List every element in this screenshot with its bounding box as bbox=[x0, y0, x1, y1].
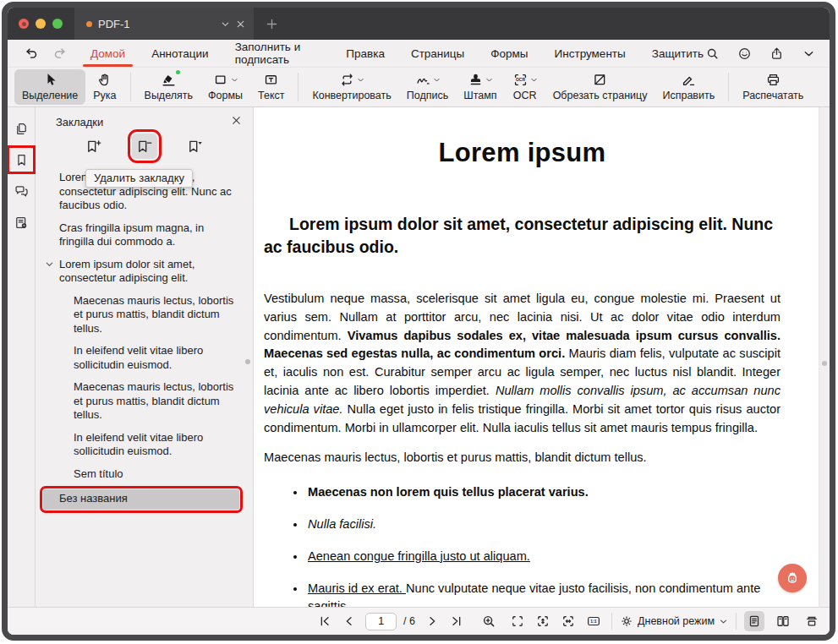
two-page-view-button[interactable] bbox=[773, 611, 793, 631]
chevron-down-icon bbox=[485, 76, 493, 84]
bookmark-label: In eleifend velit vitae libero sollicitu… bbox=[74, 431, 203, 458]
fit-height-icon bbox=[535, 614, 550, 629]
bookmarks-list: Lorem ipsum dolor sit amet, consectetur … bbox=[36, 159, 253, 510]
signature-button[interactable]: Подпись bbox=[399, 69, 456, 105]
ocr-button[interactable]: OCR OCR bbox=[505, 69, 545, 105]
tab-pages[interactable]: Страницы bbox=[409, 41, 466, 66]
toolbar: Выделение Рука Выделять Формы Текст bbox=[8, 68, 830, 107]
view-mode-label: Дневной режим bbox=[638, 615, 715, 627]
layout-controls bbox=[744, 611, 822, 631]
tab-forms[interactable]: Формы bbox=[489, 41, 529, 66]
select-tool-button[interactable]: Выделение bbox=[14, 69, 85, 105]
tab-tools[interactable]: Инструменты bbox=[553, 41, 627, 66]
next-page-button[interactable] bbox=[422, 611, 442, 631]
unsaved-changes-dot bbox=[86, 21, 92, 27]
bookmark-item[interactable]: Maecenas mauris lectus, lobortis et puru… bbox=[36, 294, 241, 336]
document-heading: Lorem ipsum dolor sit amet, consectetur … bbox=[264, 213, 780, 259]
last-page-icon bbox=[450, 614, 463, 628]
sun-icon bbox=[620, 614, 633, 628]
view-mode-button[interactable]: Дневной режим bbox=[620, 614, 728, 628]
highlighter-icon bbox=[161, 72, 177, 88]
viewer-scrollbar-thumb[interactable] bbox=[822, 361, 827, 366]
bookmark-item[interactable]: In eleifend velit vitae libero sollicitu… bbox=[36, 431, 241, 459]
viewer-scrollbar-track[interactable] bbox=[819, 107, 830, 607]
undo-icon[interactable] bbox=[25, 46, 39, 61]
chevron-down-icon bbox=[719, 617, 728, 626]
shapes-tool-button[interactable]: Формы bbox=[200, 69, 250, 105]
hand-tool-button[interactable]: Рука bbox=[85, 69, 123, 105]
thumbnails-panel-button[interactable] bbox=[11, 118, 31, 139]
minimize-window-button[interactable] bbox=[36, 19, 46, 29]
bookmark-item-selected[interactable]: Без названия bbox=[43, 489, 239, 510]
stamp-button[interactable]: Штамп bbox=[456, 69, 504, 105]
tab-edit[interactable]: Правка bbox=[344, 41, 386, 66]
horizontal-scroll-view-button[interactable] bbox=[802, 611, 822, 631]
bookmark-options-button[interactable] bbox=[182, 134, 207, 159]
single-page-view-button[interactable] bbox=[744, 611, 764, 631]
bookmark-item[interactable]: In eleifend velit vitae libero sollicitu… bbox=[36, 344, 241, 372]
bookmark-item[interactable]: Cras fringilla ipsum magna, in fringilla… bbox=[36, 221, 241, 249]
redo-icon[interactable] bbox=[52, 46, 67, 61]
comments-panel-button[interactable] bbox=[11, 181, 31, 201]
first-page-button[interactable] bbox=[315, 611, 335, 631]
collapse-toolbar-chevron-icon[interactable] bbox=[802, 46, 816, 61]
statusbar-separator bbox=[611, 613, 612, 630]
previous-page-button[interactable] bbox=[339, 611, 359, 631]
fit-width-button[interactable] bbox=[558, 611, 578, 631]
fit-page-button[interactable] bbox=[507, 611, 528, 631]
tooltip-delete-bookmark: Удалить закладку bbox=[85, 169, 193, 188]
share-icon[interactable] bbox=[770, 46, 784, 61]
panel-scrollbar[interactable] bbox=[245, 359, 250, 364]
two-page-icon bbox=[775, 614, 791, 629]
chevron-left-icon bbox=[342, 614, 356, 628]
actual-size-button[interactable]: 1:1 bbox=[583, 611, 604, 631]
bookmark-item[interactable]: Lorem ipsum dolor sit amet, consectetur … bbox=[36, 258, 241, 286]
document-viewer: Lorem ipsum Lorem ipsum dolor sit amet, … bbox=[254, 107, 830, 607]
assistant-button[interactable] bbox=[778, 564, 807, 592]
shape-square-icon bbox=[213, 72, 229, 88]
zoom-button[interactable] bbox=[479, 611, 499, 631]
expand-chevron-icon[interactable] bbox=[45, 259, 54, 269]
bookmark-item[interactable]: Maecenas mauris lectus, lobortis et puru… bbox=[36, 380, 241, 423]
svg-text:OCR: OCR bbox=[516, 77, 525, 82]
single-page-icon bbox=[747, 614, 762, 629]
first-page-icon bbox=[318, 614, 331, 628]
highlight-tool-button[interactable]: Выделять bbox=[137, 69, 200, 105]
tab-close-icon[interactable] bbox=[236, 19, 245, 29]
annotations-panel-button[interactable] bbox=[11, 212, 31, 232]
panel-title: Закладки bbox=[56, 116, 103, 128]
fit-page-icon bbox=[510, 614, 525, 629]
zoom-in-icon bbox=[481, 614, 496, 629]
delete-bookmark-button[interactable] bbox=[132, 134, 157, 159]
bookmark-icon bbox=[14, 152, 30, 168]
traffic-lights bbox=[8, 8, 74, 40]
svg-text:1:1: 1:1 bbox=[590, 619, 597, 624]
tab-home[interactable]: Домой bbox=[89, 41, 127, 66]
list-item: Nulla facilisi. bbox=[306, 516, 780, 534]
bookmark-item[interactable]: Sem título bbox=[36, 467, 241, 482]
text-tool-button[interactable]: Текст bbox=[250, 69, 292, 105]
toolbar-separator bbox=[130, 73, 131, 101]
crop-page-button[interactable]: Обрезать страницу bbox=[545, 69, 655, 105]
bookmark-label: Maecenas mauris lectus, lobortis et puru… bbox=[74, 294, 233, 335]
tab-chevron-down-icon[interactable] bbox=[221, 19, 230, 29]
redact-button[interactable]: Исправить bbox=[655, 69, 722, 105]
last-page-button[interactable] bbox=[446, 611, 467, 631]
bookmarks-panel-button[interactable] bbox=[11, 150, 31, 170]
highlight-active-dot bbox=[176, 70, 180, 74]
tab-annotations[interactable]: Аннотации bbox=[150, 41, 210, 66]
add-bookmark-button[interactable] bbox=[81, 134, 107, 159]
fit-height-button[interactable] bbox=[533, 611, 553, 631]
zoom-window-button[interactable] bbox=[52, 19, 63, 29]
tab-protect[interactable]: Защитить bbox=[650, 41, 705, 66]
list-item: Aenean congue fringilla justo ut aliquam… bbox=[306, 548, 780, 566]
crop-icon bbox=[592, 72, 608, 88]
search-icon[interactable] bbox=[705, 46, 720, 61]
support-icon[interactable] bbox=[737, 46, 752, 61]
convert-button[interactable]: Конвертировать bbox=[304, 69, 398, 105]
close-panel-button[interactable] bbox=[231, 115, 242, 128]
page-number-input[interactable] bbox=[365, 613, 397, 630]
tab-fill-sign[interactable]: Заполнить и подписать bbox=[233, 35, 322, 72]
print-button[interactable]: Распечатать bbox=[735, 69, 811, 105]
close-window-button[interactable] bbox=[19, 19, 29, 29]
